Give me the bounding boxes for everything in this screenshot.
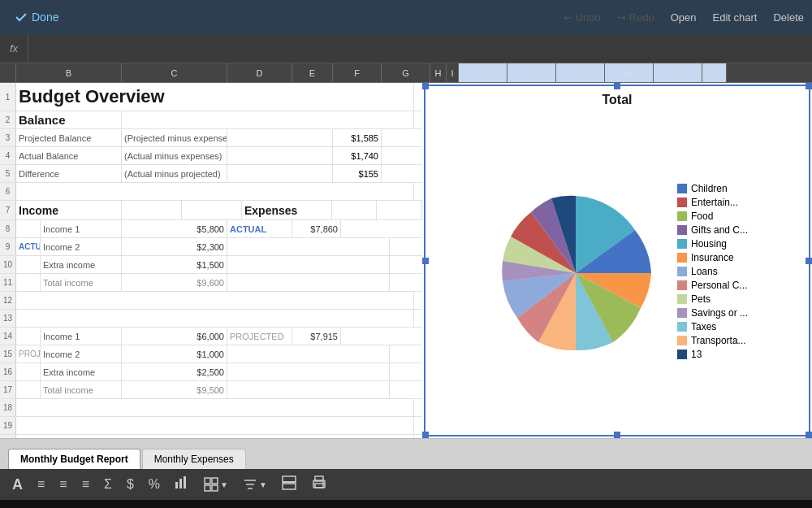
projected-label-expenses: PROJECTED [227, 328, 292, 345]
formula-input[interactable] [28, 42, 812, 54]
legend-color-transport [677, 336, 687, 345]
align-left-icon[interactable]: ≡ [37, 477, 45, 492]
svg-rect-1 [179, 479, 182, 488]
col-m[interactable]: M [605, 63, 654, 82]
col-n[interactable]: N [654, 63, 702, 82]
tab-monthly-expenses[interactable]: Monthly Expenses [142, 449, 246, 469]
table-row: 13 [0, 310, 422, 328]
table-row: 1 Budget Overview [0, 83, 422, 111]
table-row[interactable]: 11 Total income $9,600 [0, 274, 422, 292]
table-row[interactable]: 8 Income 1 $5,800 ACTUAL $7,860 [0, 220, 422, 238]
actual-balance-desc: (Actual minus expenses) [122, 147, 227, 164]
chart-handle-tm[interactable] [614, 83, 620, 89]
table-row[interactable]: 14 Income 1 $6,000 PROJECTED $7,915 [0, 328, 422, 345]
projected-balance-label: Projected Balance [16, 129, 122, 146]
tab-monthly-budget[interactable]: Monthly Budget Report [8, 449, 140, 469]
table-row[interactable]: 15 PROJECTED Income 2 $1,000 [0, 345, 422, 363]
budget-title[interactable]: Budget Overview [16, 83, 414, 111]
col-h[interactable]: H [430, 63, 447, 82]
chart-handle-tl[interactable] [422, 83, 429, 89]
undo-button[interactable]: ↩ Undo [564, 11, 601, 24]
system-bar: ◁ △ □ ∧ ♻ ⬇ 🔒 ⬇ 11:36 ▶ [0, 500, 812, 508]
table-row: 12 [0, 292, 422, 310]
redo-button[interactable]: ↪ Redo [617, 11, 654, 24]
table-row[interactable]: 16 Extra income $2,500 [0, 363, 422, 381]
delete-button[interactable]: Delete [773, 11, 804, 24]
actual-balance-amount: $1,740 [333, 147, 382, 164]
legend-label-personal: Personal C... [691, 280, 747, 291]
table-row[interactable]: 10 Extra income $1,500 [0, 256, 422, 274]
tabs-bar: Monthly Budget Report Monthly Expenses [0, 438, 812, 469]
chart-handle-ml[interactable] [422, 258, 429, 264]
col-i[interactable]: I [447, 63, 459, 82]
chart-handle-bl[interactable] [422, 432, 429, 438]
col-f[interactable]: F [333, 63, 382, 82]
chart-handle-br[interactable] [806, 432, 812, 438]
chart-legend: Children Entertain... Food Gifts and C..… [677, 183, 748, 363]
actual-label-expenses: ACTUAL [227, 220, 292, 237]
col-d[interactable]: D [227, 63, 292, 82]
align-right-icon[interactable]: ≡ [82, 477, 89, 492]
spreadsheet: 1 Budget Overview 2 Balance 3 Projected … [0, 83, 422, 438]
table-row[interactable]: 9 ACTUAL Income 2 $2,300 [0, 238, 422, 256]
svg-rect-10 [283, 476, 296, 482]
font-icon[interactable]: A [12, 476, 23, 493]
chart-body: Children Entertain... Food Gifts and C..… [425, 111, 809, 435]
freeze-icon[interactable] [282, 475, 296, 493]
col-l[interactable]: L [556, 63, 605, 82]
tab-monthly-budget-label: Monthly Budget Report [20, 454, 128, 465]
undo-icon: ↩ [564, 11, 572, 24]
percent-icon[interactable]: % [149, 477, 160, 492]
legend-label-children: Children [691, 183, 728, 194]
icon-toolbar: A ≡ ≡ ≡ Σ $ % ▼ ▼ [0, 469, 812, 500]
chart-area[interactable]: Total [424, 85, 810, 436]
table-icon[interactable]: ▼ [204, 477, 228, 492]
sum-icon[interactable]: Σ [104, 477, 112, 492]
col-o[interactable]: C [702, 63, 727, 82]
legend-item-personal: Personal C... [677, 280, 748, 291]
col-j[interactable]: J [459, 63, 508, 82]
done-button[interactable]: Done [8, 7, 65, 27]
chart-handle-tr[interactable] [806, 83, 812, 89]
align-center-icon[interactable]: ≡ [59, 477, 67, 492]
chart-handle-bm[interactable] [614, 432, 620, 438]
legend-label-taxes: Taxes [691, 321, 716, 332]
edit-chart-button[interactable]: Edit chart [713, 11, 758, 24]
chart-handle-mr[interactable] [806, 258, 812, 264]
col-k[interactable]: K [508, 63, 556, 82]
legend-label-housing: Housing [691, 238, 727, 250]
col-e[interactable]: E [292, 63, 333, 82]
legend-label-savings: Savings or ... [691, 307, 748, 319]
table-dropdown-arrow[interactable]: ▼ [220, 480, 228, 489]
chart-title: Total [425, 86, 809, 111]
legend-label-pets: Pets [691, 293, 710, 305]
col-b[interactable]: B [16, 63, 122, 82]
table-row[interactable]: 4 Actual Balance (Actual minus expenses)… [0, 147, 422, 165]
legend-label-gifts: Gifts and C... [691, 224, 748, 236]
col-c[interactable]: C [122, 63, 227, 82]
balance-title[interactable]: Balance [16, 111, 122, 128]
row-num-3: 3 [0, 129, 16, 146]
col-g[interactable]: G [382, 63, 430, 82]
table-row[interactable]: 3 Projected Balance (Projected minus exp… [0, 129, 422, 147]
table-row[interactable]: 17 Total income $9,500 [0, 381, 422, 399]
chart-icon[interactable] [175, 475, 189, 493]
print-icon[interactable] [311, 475, 327, 493]
delete-label: Delete [773, 11, 804, 24]
filter-dropdown-arrow[interactable]: ▼ [259, 480, 267, 489]
legend-color-food [677, 211, 687, 221]
open-button[interactable]: Open [671, 11, 697, 24]
legend-color-taxes [677, 322, 687, 332]
formula-bar: fx [0, 34, 812, 63]
filter-icon[interactable]: ▼ [243, 477, 267, 492]
legend-label-entertain: Entertain... [691, 197, 738, 208]
difference-label: Difference [16, 165, 122, 182]
difference-amount: $155 [333, 165, 382, 182]
legend-item-transport: Transporta... [677, 335, 748, 346]
legend-item-housing: Housing [677, 238, 748, 250]
row-num-2: 2 [0, 111, 16, 128]
legend-item-entertain: Entertain... [677, 197, 748, 208]
row-num-5: 5 [0, 165, 16, 182]
currency-icon[interactable]: $ [127, 477, 134, 492]
table-row[interactable]: 5 Difference (Actual minus projected) $1… [0, 165, 422, 183]
